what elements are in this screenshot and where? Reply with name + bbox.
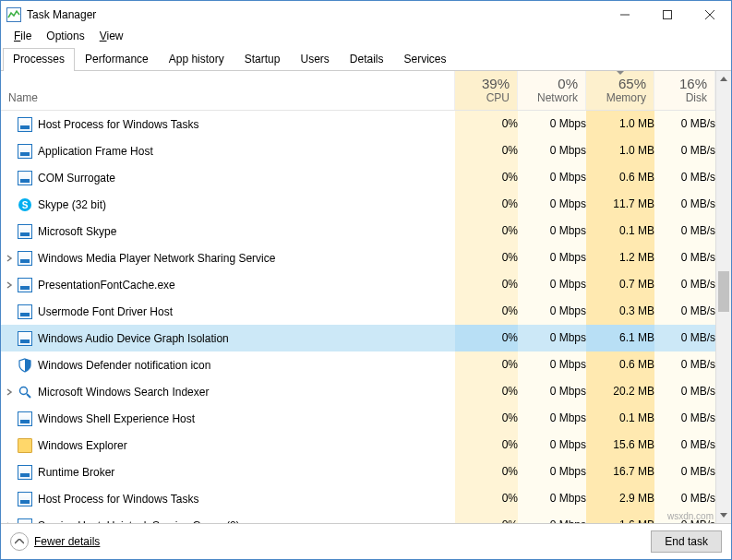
svg-line-8 xyxy=(27,394,30,398)
scroll-up-button[interactable] xyxy=(716,71,731,87)
expand-chevron-icon[interactable] xyxy=(5,253,16,264)
process-row[interactable]: Microsoft Skype0%0 Mbps0.1 MB0 MB/s xyxy=(1,218,715,244)
generic-icon xyxy=(18,117,32,132)
process-name: Windows Media Player Network Sharing Ser… xyxy=(38,252,275,265)
svg-point-7 xyxy=(20,387,28,394)
cell-disk: 0 MB/s xyxy=(654,485,715,512)
cell-mem: 0.1 MB xyxy=(586,405,654,432)
col-memory[interactable]: 65%Memory xyxy=(586,71,654,110)
tab-details[interactable]: Details xyxy=(340,48,394,71)
expand-chevron-icon xyxy=(5,173,16,184)
cell-net: 0 Mbps xyxy=(518,244,586,271)
process-name: Microsoft Skype xyxy=(38,225,116,238)
tab-app-history[interactable]: App history xyxy=(159,48,234,71)
process-row[interactable]: Microsoft Windows Search Indexer0%0 Mbps… xyxy=(1,378,715,405)
cell-mem: 20.2 MB xyxy=(586,378,654,405)
skype-icon: S xyxy=(18,197,32,212)
cell-disk: 0 MB/s xyxy=(654,271,715,298)
tab-services[interactable]: Services xyxy=(394,48,457,71)
menu-file[interactable]: File xyxy=(6,29,39,45)
process-row[interactable]: Windows Media Player Network Sharing Ser… xyxy=(1,244,715,271)
tab-performance[interactable]: Performance xyxy=(75,48,159,71)
scroll-down-button[interactable] xyxy=(716,507,731,523)
generic-icon xyxy=(18,144,32,159)
cell-cpu: 0% xyxy=(455,405,518,432)
maximize-button[interactable] xyxy=(646,1,689,29)
cell-mem: 1.0 MB xyxy=(586,111,654,138)
generic-icon xyxy=(18,278,32,292)
col-name[interactable]: Name xyxy=(1,71,455,110)
expand-chevron-icon xyxy=(5,146,16,157)
tab-startup[interactable]: Startup xyxy=(234,48,291,71)
process-row[interactable]: Windows Defender notification icon0%0 Mb… xyxy=(1,351,715,378)
cell-cpu: 0% xyxy=(455,298,518,325)
chevron-up-icon xyxy=(10,532,29,551)
col-disk[interactable]: 16%Disk xyxy=(654,71,715,110)
cell-mem: 11.7 MB xyxy=(586,191,654,218)
close-button[interactable] xyxy=(689,1,731,29)
search-icon xyxy=(18,385,32,399)
process-name: Usermode Font Driver Host xyxy=(38,305,173,318)
process-name: Runtime Broker xyxy=(38,466,114,479)
process-name: Windows Defender notification icon xyxy=(38,359,210,372)
expand-chevron-icon xyxy=(5,360,16,371)
expand-chevron-icon[interactable] xyxy=(5,520,16,524)
process-row[interactable]: Host Process for Windows Tasks0%0 Mbps2.… xyxy=(1,485,715,512)
tab-processes[interactable]: Processes xyxy=(3,48,75,71)
process-row[interactable]: SSkype (32 bit)0%0 Mbps11.7 MB0 MB/s xyxy=(1,191,715,218)
expand-chevron-icon xyxy=(5,467,16,478)
process-row[interactable]: PresentationFontCache.exe0%0 Mbps0.7 MB0… xyxy=(1,271,715,298)
generic-icon xyxy=(18,304,32,319)
process-table: Name 39%CPU 0%Network 65%Memory 16%Disk … xyxy=(1,71,731,524)
cell-mem: 0.1 MB xyxy=(586,218,654,244)
menu-view[interactable]: View xyxy=(92,29,131,45)
process-row[interactable]: Windows Audio Device Graph Isolation0%0 … xyxy=(1,325,715,351)
cell-cpu: 0% xyxy=(455,325,518,351)
minimize-button[interactable] xyxy=(604,1,646,29)
process-row[interactable]: Application Frame Host0%0 Mbps1.0 MB0 MB… xyxy=(1,137,715,164)
fewer-details-toggle[interactable]: Fewer details xyxy=(10,532,100,551)
process-name: Service Host: Unistack Service Group (2) xyxy=(38,519,240,524)
cell-disk: 0 MB/s xyxy=(654,351,715,378)
process-row[interactable]: Usermode Font Driver Host0%0 Mbps0.3 MB0… xyxy=(1,298,715,325)
cell-net: 0 Mbps xyxy=(518,325,586,351)
generic-icon xyxy=(18,411,32,426)
process-row[interactable]: Service Host: Unistack Service Group (2)… xyxy=(1,512,715,523)
process-row[interactable]: Host Process for Windows Tasks0%0 Mbps1.… xyxy=(1,111,715,138)
cell-mem: 1.6 MB xyxy=(586,512,654,523)
task-manager-icon xyxy=(6,7,21,22)
vertical-scrollbar[interactable] xyxy=(715,71,731,523)
expand-chevron-icon[interactable] xyxy=(5,280,16,291)
generic-icon xyxy=(18,331,32,346)
cell-cpu: 0% xyxy=(455,485,518,512)
cell-disk: 0 MB/s xyxy=(654,111,715,138)
cell-cpu: 0% xyxy=(455,111,518,138)
cell-disk: 0 MB/s xyxy=(654,218,715,244)
process-row[interactable]: Runtime Broker0%0 Mbps16.7 MB0 MB/s xyxy=(1,459,715,485)
menu-options[interactable]: Options xyxy=(39,29,91,45)
cell-net: 0 Mbps xyxy=(518,485,586,512)
cell-mem: 1.0 MB xyxy=(586,137,654,164)
expand-chevron-icon xyxy=(5,440,16,451)
scroll-thumb[interactable] xyxy=(718,271,729,312)
cell-disk: 0 MB/s xyxy=(654,405,715,432)
process-name: Host Process for Windows Tasks xyxy=(38,493,199,506)
process-row[interactable]: Windows Explorer0%0 Mbps15.6 MB0 MB/s xyxy=(1,432,715,459)
svg-marker-9 xyxy=(720,77,727,81)
cell-net: 0 Mbps xyxy=(518,298,586,325)
expand-chevron-icon[interactable] xyxy=(5,387,16,398)
col-network[interactable]: 0%Network xyxy=(518,71,586,110)
cell-net: 0 Mbps xyxy=(518,351,586,378)
expand-chevron-icon xyxy=(5,413,16,424)
scroll-track[interactable] xyxy=(716,87,731,507)
process-name: Skype (32 bit) xyxy=(38,198,106,211)
process-row[interactable]: Windows Shell Experience Host0%0 Mbps0.1… xyxy=(1,405,715,432)
col-cpu[interactable]: 39%CPU xyxy=(455,71,518,110)
cell-cpu: 0% xyxy=(455,351,518,378)
fewer-details-label: Fewer details xyxy=(34,535,100,548)
end-task-button[interactable]: End task xyxy=(651,530,722,553)
cell-net: 0 Mbps xyxy=(518,218,586,244)
process-name: Host Process for Windows Tasks xyxy=(38,118,199,131)
tab-users[interactable]: Users xyxy=(290,48,339,71)
process-row[interactable]: COM Surrogate0%0 Mbps0.6 MB0 MB/s xyxy=(1,164,715,191)
